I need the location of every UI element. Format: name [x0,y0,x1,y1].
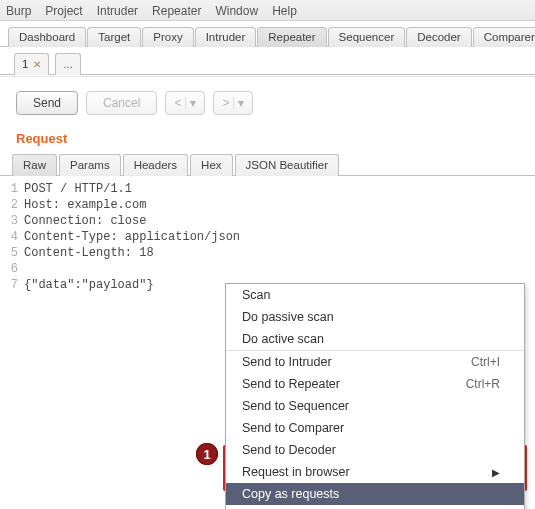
reqtab-raw[interactable]: Raw [12,154,57,176]
tab-sequencer[interactable]: Sequencer [328,27,406,47]
subtab-label: 1 [22,58,28,70]
line-number: 7 [4,278,24,292]
menu-item-label: Send to Sequencer [242,399,349,413]
menu-item-label: Send to Comparer [242,421,344,435]
line-number: 1 [4,182,24,196]
menu-item-copy-as-requests-with-session-object[interactable]: Copy as requests with session object [226,505,524,509]
menu-shortcut: Ctrl+R [466,377,500,391]
menu-item-send-to-intruder[interactable]: Send to IntruderCtrl+I [226,351,524,373]
tab-comparer[interactable]: Comparer [473,27,535,47]
tab-intruder[interactable]: Intruder [195,27,257,47]
menu-intruder[interactable]: Intruder [97,4,138,18]
toolbar: Send Cancel < ▾ > ▾ [0,77,535,121]
menu-item-send-to-decoder[interactable]: Send to Decoder [226,439,524,461]
back-button: < ▾ [165,91,205,115]
line-text: Content-Length: 18 [24,246,154,260]
tab-decoder[interactable]: Decoder [406,27,471,47]
chevron-left-icon: < [174,96,181,110]
reqtab-hex[interactable]: Hex [190,154,232,176]
menu-shortcut: Ctrl+I [471,355,500,369]
menu-help[interactable]: Help [272,4,297,18]
line-text: Connection: close [24,214,146,228]
forward-button: > ▾ [213,91,253,115]
line-number: 4 [4,230,24,244]
menu-item-send-to-repeater[interactable]: Send to RepeaterCtrl+R [226,373,524,395]
subtab-1[interactable]: 1 ✕ [14,53,49,75]
editor-line[interactable]: 5Content-Length: 18 [4,246,535,262]
reqtab-params[interactable]: Params [59,154,121,176]
context-menu: ScanDo passive scanDo active scanSend to… [225,283,525,509]
send-button[interactable]: Send [16,91,78,115]
line-text: {"data":"payload"} [24,278,154,292]
tab-proxy[interactable]: Proxy [142,27,193,47]
menu-item-send-to-sequencer[interactable]: Send to Sequencer [226,395,524,417]
menu-item-label: Request in browser [242,465,350,479]
menu-item-copy-as-requests[interactable]: Copy as requests [226,483,524,505]
editor-line[interactable]: 4Content-Type: application/json [4,230,535,246]
request-heading: Request [0,121,535,154]
chevron-down-icon: ▾ [190,96,196,110]
callout-badge-1: 1 [196,443,218,465]
menu-item-label: Do passive scan [242,310,334,324]
menu-item-send-to-comparer[interactable]: Send to Comparer [226,417,524,439]
menu-item-label: Send to Intruder [242,355,332,369]
menu-item-request-in-browser[interactable]: Request in browser▶ [226,461,524,483]
menu-item-scan[interactable]: Scan [226,284,524,306]
menu-item-label: Copy as requests [242,487,339,501]
menu-project[interactable]: Project [45,4,82,18]
editor-line[interactable]: 6 [4,262,535,278]
line-number: 3 [4,214,24,228]
menu-item-label: Send to Repeater [242,377,340,391]
tab-dashboard[interactable]: Dashboard [8,27,86,47]
main-tabs: DashboardTargetProxyIntruderRepeaterSequ… [0,21,535,47]
cancel-button: Cancel [86,91,157,115]
menu-item-label: Send to Decoder [242,443,336,457]
menu-item-label: Do active scan [242,332,324,346]
subtab-more-label: ... [63,58,73,70]
menu-repeater[interactable]: Repeater [152,4,201,18]
subtab-more[interactable]: ... [55,53,81,75]
reqtab-headers[interactable]: Headers [123,154,188,176]
request-tabs: RawParamsHeadersHexJSON Beautifier [0,154,535,176]
chevron-right-icon: > [222,96,229,110]
editor-line[interactable]: 2Host: example.com [4,198,535,214]
line-text: Host: example.com [24,198,146,212]
tab-repeater[interactable]: Repeater [257,27,326,47]
editor-line[interactable]: 3Connection: close [4,214,535,230]
line-text: Content-Type: application/json [24,230,240,244]
close-icon[interactable]: ✕ [33,59,41,70]
menu-burp[interactable]: Burp [6,4,31,18]
line-number: 6 [4,262,24,276]
reqtab-json-beautifier[interactable]: JSON Beautifier [235,154,339,176]
line-number: 5 [4,246,24,260]
menu-item-label: Scan [242,288,271,302]
menu-window[interactable]: Window [215,4,258,18]
tab-target[interactable]: Target [87,27,141,47]
menubar: BurpProjectIntruderRepeaterWindowHelp [0,0,535,21]
menu-item-do-active-scan[interactable]: Do active scan [226,328,524,350]
repeater-subtabs: 1 ✕ ... [0,47,535,75]
chevron-down-icon: ▾ [238,96,244,110]
chevron-right-icon: ▶ [492,467,500,478]
line-number: 2 [4,198,24,212]
request-editor[interactable]: 1POST / HTTP/1.12Host: example.com3Conne… [0,176,535,294]
menu-item-do-passive-scan[interactable]: Do passive scan [226,306,524,328]
line-text: POST / HTTP/1.1 [24,182,132,196]
editor-line[interactable]: 1POST / HTTP/1.1 [4,182,535,198]
